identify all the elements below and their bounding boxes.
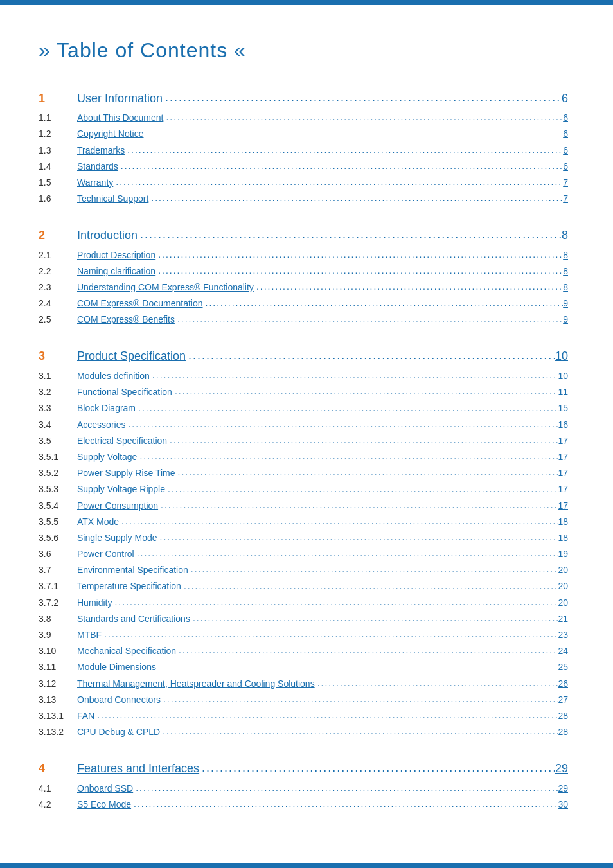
section-number: 3.5.3 [39, 482, 77, 496]
section-link[interactable]: Trademarks6 [77, 143, 568, 157]
section-link[interactable]: Understanding COM Express® Functionality… [77, 279, 568, 294]
section-link[interactable]: Power Consumption17 [77, 498, 568, 513]
page-number: 20 [558, 579, 568, 593]
link-text: Electrical Specification [77, 434, 167, 448]
section-link[interactable]: Introduction8 [77, 226, 568, 245]
section-number: 3.5.4 [39, 499, 77, 513]
link-text: Product Specification [77, 347, 186, 366]
section-link[interactable]: Warranty7 [77, 175, 568, 190]
section-number: 2.5 [39, 312, 77, 326]
dots-fill [165, 482, 558, 493]
footer-brand: www.kontron.com [526, 849, 598, 858]
link-text: S5 Eco Mode [77, 797, 131, 811]
page-number: 17 [558, 450, 568, 464]
section-link[interactable]: Supply Voltage Ripple17 [77, 482, 568, 497]
page-number: 15 [558, 401, 568, 415]
section-link[interactable]: Mechanical Specification24 [77, 643, 568, 658]
section-link[interactable]: MTBF23 [77, 627, 568, 642]
section-link[interactable]: FAN28 [77, 708, 568, 723]
page-number: 30 [558, 797, 568, 811]
dots-fill [163, 88, 562, 102]
dots-fill [190, 611, 558, 622]
section-link[interactable]: Standards6 [77, 159, 568, 173]
link-text: FAN [77, 709, 94, 723]
page-number: 6 [563, 143, 568, 157]
dots-fill [315, 676, 558, 687]
section-number: 1.6 [39, 191, 77, 206]
section-link[interactable]: Product Description8 [77, 247, 568, 262]
toc-row: 3.11Module Dimensions25 [39, 660, 568, 675]
section-link[interactable]: Temperature Specification20 [77, 579, 568, 594]
dots-fill [155, 263, 563, 274]
section-link[interactable]: Power Control19 [77, 546, 568, 561]
section-link[interactable]: Single Supply Mode18 [77, 530, 568, 545]
section-link[interactable]: Electrical Specification17 [77, 433, 568, 448]
dots-fill [172, 384, 558, 395]
section-link[interactable]: Modules definition10 [77, 368, 568, 383]
section-link[interactable]: Naming clarification8 [77, 263, 568, 278]
toc-row: 3.5Electrical Specification17 [39, 433, 568, 448]
page-number: 24 [558, 644, 568, 658]
section-link[interactable]: ATX Mode18 [77, 514, 568, 529]
section-link[interactable]: User Information6 [77, 88, 568, 107]
section-number: 3.1 [39, 369, 77, 383]
page-number: 8 [563, 248, 568, 262]
link-text: Module Dimensions [77, 660, 156, 674]
section-link[interactable]: Thermal Management, Heatspreader and Coo… [77, 676, 568, 691]
dots-fill [156, 660, 558, 671]
section-number: 3.5 [39, 434, 77, 448]
section-number: 3.13.1 [39, 709, 77, 723]
section-link[interactable]: Copyright Notice6 [77, 127, 568, 141]
page-number: 29 [558, 781, 568, 795]
section-link[interactable]: Standards and Certifications21 [77, 611, 568, 626]
section-link[interactable]: CPU Debug & CPLD28 [77, 724, 568, 739]
section-link[interactable]: Supply Voltage17 [77, 449, 568, 464]
section-link[interactable]: Accessories16 [77, 417, 568, 432]
section-link[interactable]: Technical Support7 [77, 191, 568, 206]
section-link[interactable]: COM Express® Documentation9 [77, 296, 568, 310]
link-text: Mechanical Specification [77, 644, 176, 658]
section-number: 3.7.1 [39, 579, 77, 593]
section-link[interactable]: Product Specification10 [77, 346, 568, 366]
section-link[interactable]: Environmental Specification20 [77, 562, 568, 577]
link-text: Supply Voltage [77, 450, 137, 464]
link-text: Introduction [77, 226, 138, 245]
section-link[interactable]: Functional Specification11 [77, 384, 568, 399]
dots-fill [125, 143, 563, 154]
toc-row: 1.6Technical Support7 [39, 191, 568, 206]
toc-row: 3.5.2Power Supply Rise Time17 [39, 465, 568, 480]
section-number: 3.5.2 [39, 466, 77, 480]
section-number: 3.9 [39, 628, 77, 642]
section-link[interactable]: Module Dimensions25 [77, 660, 568, 675]
link-text: Environmental Specification [77, 563, 188, 577]
toc-row: 2.5COM Express® Benefits9 [39, 312, 568, 327]
page-number: 28 [558, 709, 568, 723]
section-link[interactable]: Features and Interfaces29 [77, 759, 568, 778]
dots-fill [158, 498, 558, 509]
link-text: Onboard Connectors [77, 693, 161, 707]
page-number: 7 [563, 191, 568, 206]
toc-row: 1.2Copyright Notice6 [39, 127, 568, 141]
section-number: 3.4 [39, 418, 77, 432]
section-link[interactable]: Onboard SSD29 [77, 781, 568, 795]
page-number: 18 [558, 515, 568, 529]
section-link[interactable]: Humidity20 [77, 595, 568, 610]
section-link[interactable]: COM Express® Benefits9 [77, 312, 568, 327]
link-text: Humidity [77, 596, 112, 610]
section-link[interactable]: S5 Eco Mode30 [77, 797, 568, 811]
section-number: 4.1 [39, 781, 77, 795]
dots-fill [175, 465, 558, 476]
section-link[interactable]: About This Document6 [77, 110, 568, 125]
dots-fill [157, 530, 558, 541]
dots-fill [144, 127, 564, 137]
toc-row: 4Features and Interfaces29 [39, 759, 568, 778]
link-text: Product Description [77, 248, 155, 262]
page-number: 10 [555, 347, 568, 366]
page-number: 16 [558, 418, 568, 432]
section-link[interactable]: Onboard Connectors27 [77, 692, 568, 707]
link-text: About This Document [77, 111, 163, 125]
section-separator [39, 208, 568, 214]
section-link[interactable]: Power Supply Rise Time17 [77, 465, 568, 480]
section-link[interactable]: Block Diagram15 [77, 401, 568, 416]
section-number: 3.7.2 [39, 596, 77, 610]
